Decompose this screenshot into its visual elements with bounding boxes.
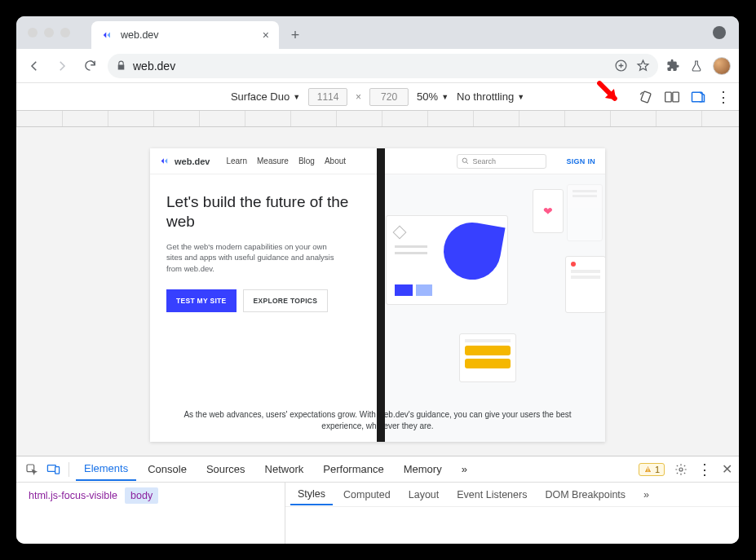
site-brand: web.dev	[175, 157, 210, 166]
subtab-computed[interactable]: Computed	[336, 485, 398, 505]
device-toolbar: Surface Duo ▼ × 50% ▼ No throttling ▼	[16, 83, 739, 111]
close-devtools-icon[interactable]: ✕	[722, 461, 732, 477]
device-select[interactable]: Surface Duo ▼	[231, 90, 300, 103]
search-icon	[462, 157, 469, 165]
elements-tree[interactable]: html.js-focus-visible body	[16, 483, 285, 544]
svg-rect-3	[673, 92, 679, 102]
webdev-favicon-icon	[101, 29, 114, 42]
throttling-select[interactable]: No throttling ▼	[457, 90, 524, 103]
tabs-overflow-icon[interactable]: »	[453, 458, 475, 480]
labs-flask-icon[interactable]	[690, 60, 703, 73]
tab-performance[interactable]: Performance	[315, 458, 391, 480]
site-search[interactable]: Search	[457, 154, 546, 169]
signin-link[interactable]: SIGN IN	[566, 157, 595, 165]
hero-left: Let's build the future of the web Get th…	[150, 174, 378, 442]
dom-breadcrumb: html.js-focus-visible body	[23, 487, 278, 504]
throttling-value: No throttling	[457, 90, 514, 103]
bookmark-star-icon[interactable]	[636, 59, 650, 73]
dual-screen-icon[interactable]	[664, 89, 680, 105]
emulated-page: web.dev Learn Measure Blog About Search …	[150, 148, 605, 442]
device-more-icon[interactable]: ⋮	[716, 88, 731, 106]
ruler	[16, 111, 739, 127]
browser-window: web.dev × + web.dev	[16, 16, 739, 544]
browser-tab[interactable]: web.dev ×	[91, 21, 279, 49]
hero-copy: Get the web's modern capabilities on you…	[166, 241, 338, 275]
back-button[interactable]	[24, 56, 44, 76]
subtab-layout[interactable]: Layout	[401, 485, 447, 505]
extensions-puzzle-icon[interactable]	[666, 59, 680, 73]
test-my-site-button[interactable]: TEST MY SITE	[166, 289, 237, 312]
nav-measure[interactable]: Measure	[257, 157, 289, 165]
nav-learn[interactable]: Learn	[226, 157, 247, 165]
warning-count: 1	[655, 465, 660, 474]
forward-button[interactable]	[52, 56, 72, 76]
close-tab-icon[interactable]: ×	[263, 29, 269, 42]
zoom-select[interactable]: 50% ▼	[417, 90, 449, 103]
traffic-close[interactable]	[28, 28, 38, 37]
lock-icon	[116, 60, 126, 71]
devtools-panel: Elements Console Sources Network Perform…	[16, 456, 739, 544]
tab-title: web.dev	[121, 29, 256, 41]
warnings-badge[interactable]: 1	[639, 463, 665, 476]
breadcrumb-body[interactable]: body	[125, 487, 158, 504]
annotation-arrow-icon	[595, 79, 623, 107]
tab-network[interactable]: Network	[257, 458, 312, 480]
window-controls	[28, 28, 70, 37]
heart-icon: ❤	[543, 205, 553, 218]
height-input[interactable]	[369, 88, 409, 106]
site-nav: Learn Measure Blog About	[226, 157, 346, 165]
subtabs-overflow-icon[interactable]: »	[636, 485, 657, 505]
width-input[interactable]	[308, 88, 347, 106]
add-to-home-icon[interactable]	[614, 59, 628, 73]
address-bar[interactable]: web.dev	[108, 54, 658, 78]
settings-gear-icon[interactable]	[674, 463, 687, 476]
browser-toolbar: web.dev	[16, 49, 739, 83]
subtab-event-listeners[interactable]: Event Listeners	[449, 485, 534, 505]
device-posture-icon[interactable]	[690, 89, 706, 105]
breadcrumb-html[interactable]: html.js-focus-visible	[23, 487, 123, 504]
svg-rect-8	[55, 467, 59, 474]
device-name: Surface Duo	[231, 90, 290, 103]
hero-illustration: ❤	[378, 174, 605, 442]
svg-rect-7	[47, 465, 55, 472]
svg-rect-2	[665, 92, 672, 102]
explore-topics-button[interactable]: EXPLORE TOPICS	[243, 289, 329, 312]
toggle-device-toolbar-icon[interactable]	[44, 461, 62, 478]
devtools-tabs: Elements Console Sources Network Perform…	[16, 456, 739, 483]
dimension-x: ×	[356, 91, 361, 103]
new-tab-button[interactable]: +	[284, 24, 307, 46]
traffic-minimize[interactable]	[44, 28, 54, 37]
site-logo[interactable]: web.dev	[160, 156, 210, 166]
warning-icon	[643, 465, 652, 474]
dropdown-icon: ▼	[517, 93, 524, 101]
traffic-zoom[interactable]	[60, 28, 70, 37]
dropdown-icon: ▼	[441, 93, 449, 101]
styles-pane: Styles Computed Layout Event Listeners D…	[285, 483, 739, 544]
extension-icons	[666, 57, 731, 75]
inspect-element-icon[interactable]	[23, 461, 41, 478]
devtools-more-icon[interactable]: ⋮	[697, 461, 712, 478]
tab-memory[interactable]: Memory	[396, 458, 450, 480]
nav-blog[interactable]: Blog	[298, 157, 315, 165]
dropdown-icon: ▼	[293, 93, 300, 101]
omnibox-actions	[614, 59, 650, 73]
search-placeholder: Search	[472, 157, 496, 165]
fold-hinge	[377, 148, 385, 442]
subtab-dom-breakpoints[interactable]: DOM Breakpoints	[537, 485, 633, 505]
svg-rect-4	[692, 92, 703, 102]
reload-button[interactable]	[80, 56, 99, 76]
profile-avatar[interactable]	[713, 57, 731, 75]
emulated-viewport-area: web.dev Learn Measure Blog About Search …	[16, 127, 739, 456]
tab-console[interactable]: Console	[139, 458, 195, 480]
nav-about[interactable]: About	[325, 157, 346, 165]
hero-title: Let's build the future of the web	[166, 192, 361, 231]
subtab-styles[interactable]: Styles	[290, 484, 333, 505]
zoom-value: 50%	[417, 90, 438, 103]
titlebar: web.dev × +	[16, 16, 739, 49]
svg-point-9	[679, 468, 683, 471]
svg-point-5	[463, 158, 467, 162]
tab-elements[interactable]: Elements	[76, 457, 136, 481]
tab-sources[interactable]: Sources	[198, 458, 254, 480]
account-menu-icon[interactable]	[713, 26, 726, 39]
rotate-icon[interactable]	[638, 89, 654, 105]
